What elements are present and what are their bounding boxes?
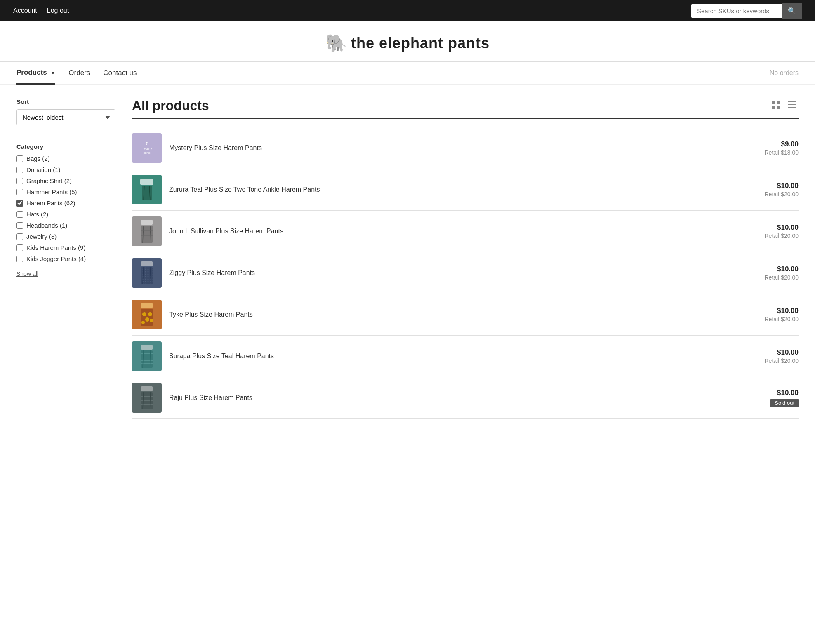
category-kids-jogger-pants[interactable]: Kids Jogger Pants (4) (16, 255, 115, 262)
product-thumb-image (132, 258, 162, 288)
svg-rect-39 (141, 345, 153, 350)
product-pricing: $10.00 Retail $20.00 (749, 182, 799, 197)
page-content: Sort Newest–oldest Oldest–newest Price: … (0, 85, 815, 432)
svg-point-37 (150, 319, 153, 322)
category-section: Category Bags (2) Donation (1) Graphic S… (16, 137, 115, 277)
svg-rect-4 (788, 101, 796, 102)
product-thumbnail (132, 300, 162, 329)
product-thumb-image (132, 341, 162, 371)
product-price: $10.00 (749, 265, 799, 273)
category-jewelry[interactable]: Jewelry (3) (16, 233, 115, 240)
svg-point-35 (145, 317, 149, 322)
grid-icon (771, 100, 780, 109)
list-view-button[interactable] (786, 99, 799, 113)
logo-inner: 🐘 the elephant pants (325, 33, 490, 53)
category-graphic-shirt-label: Graphic Shirt (2) (26, 177, 72, 184)
svg-text:mystery: mystery (142, 147, 152, 150)
svg-rect-17 (141, 220, 153, 225)
logo-icon: 🐘 (325, 33, 347, 53)
product-thumb-image (132, 175, 162, 204)
svg-rect-3 (777, 106, 780, 109)
list-icon (788, 100, 797, 109)
product-pricing: $9.00 Retail $18.00 (749, 140, 799, 156)
category-headbands[interactable]: Headbands (1) (16, 222, 115, 229)
product-thumbnail (132, 216, 162, 246)
svg-rect-2 (772, 106, 775, 109)
search-input[interactable] (691, 4, 782, 18)
category-donation-label: Donation (1) (26, 166, 61, 173)
show-all-link[interactable]: Show all (16, 270, 38, 277)
products-chevron-icon: ▼ (50, 70, 55, 76)
svg-rect-5 (788, 104, 796, 105)
product-row[interactable]: Surapa Plus Size Teal Harem Pants $10.00… (132, 336, 799, 377)
view-toggle (770, 99, 799, 113)
product-thumbnail: ? mystery pants (132, 133, 162, 163)
svg-point-34 (148, 312, 152, 316)
product-name: John L Sullivan Plus Size Harem Pants (169, 228, 742, 235)
product-row[interactable]: Tyke Plus Size Harem Pants $10.00 Retail… (132, 294, 799, 336)
category-kids-harem-pants-checkbox[interactable] (16, 244, 23, 251)
product-retail-price: Retail $20.00 (749, 233, 799, 239)
svg-rect-6 (788, 107, 796, 108)
page-title: All products (132, 98, 209, 113)
product-pricing: $10.00 Retail $20.00 (749, 265, 799, 281)
product-price: $10.00 (749, 182, 799, 190)
product-thumb-image: ? mystery pants (132, 133, 162, 163)
product-row[interactable]: ? mystery pants Mystery Plus Size Harem … (132, 127, 799, 169)
category-kids-harem-pants[interactable]: Kids Harem Pants (9) (16, 244, 115, 251)
product-name: Mystery Plus Size Harem Pants (169, 144, 742, 152)
logout-link[interactable]: Log out (47, 7, 69, 14)
product-name: Raju Plus Size Harem Pants (169, 394, 742, 402)
account-link[interactable]: Account (13, 7, 37, 14)
product-price: $10.00 (749, 223, 799, 232)
product-row[interactable]: John L Sullivan Plus Size Harem Pants $1… (132, 211, 799, 252)
search-wrapper (691, 4, 782, 18)
product-row[interactable]: Ziggy Plus Size Harem Pants $10.00 Retai… (132, 252, 799, 294)
category-list: Bags (2) Donation (1) Graphic Shirt (2) … (16, 155, 115, 262)
sort-section: Sort Newest–oldest Oldest–newest Price: … (16, 98, 115, 125)
category-donation[interactable]: Donation (1) (16, 166, 115, 173)
category-harem-pants[interactable]: Harem Pants (62) (16, 200, 115, 207)
category-headbands-checkbox[interactable] (16, 222, 23, 229)
product-price: $10.00 (749, 389, 799, 397)
grid-view-button[interactable] (770, 99, 782, 113)
product-retail-price: Retail $18.00 (749, 149, 799, 156)
category-graphic-shirt-checkbox[interactable] (16, 178, 23, 184)
nav-orders[interactable]: Orders (68, 62, 90, 84)
product-price: $9.00 (749, 140, 799, 148)
product-retail-price: Retail $20.00 (749, 357, 799, 364)
product-row[interactable]: Zurura Teal Plus Size Two Tone Ankle Har… (132, 169, 799, 211)
product-thumbnail (132, 258, 162, 288)
nav-contact[interactable]: Contact us (103, 62, 137, 84)
nav-products[interactable]: Products ▼ (16, 62, 55, 85)
category-hats-checkbox[interactable] (16, 211, 23, 218)
product-thumbnail (132, 341, 162, 371)
category-jewelry-label: Jewelry (3) (26, 233, 57, 240)
product-name: Ziggy Plus Size Harem Pants (169, 269, 742, 277)
category-hammer-pants-checkbox[interactable] (16, 189, 23, 195)
category-bags[interactable]: Bags (2) (16, 155, 115, 162)
product-thumbnail (132, 175, 162, 204)
search-button[interactable]: 🔍 (782, 3, 802, 19)
product-list-area: All products (132, 98, 799, 419)
category-hats[interactable]: Hats (2) (16, 211, 115, 218)
product-pricing: $10.00 Retail $20.00 (749, 348, 799, 364)
top-nav: Account Log out 🔍 (0, 0, 815, 21)
category-hammer-pants[interactable]: Hammer Pants (5) (16, 188, 115, 195)
no-orders-label: No orders (770, 69, 799, 77)
svg-rect-1 (777, 101, 780, 104)
category-jewelry-checkbox[interactable] (16, 233, 23, 240)
category-kids-jogger-pants-checkbox[interactable] (16, 256, 23, 262)
category-harem-pants-checkbox[interactable] (16, 200, 23, 207)
category-donation-checkbox[interactable] (16, 167, 23, 173)
svg-rect-31 (141, 303, 153, 308)
sold-out-badge: Sold out (770, 399, 799, 407)
product-row[interactable]: Raju Plus Size Harem Pants $10.00 Sold o… (132, 377, 799, 419)
svg-rect-0 (772, 101, 775, 104)
product-retail-price: Retail $20.00 (749, 316, 799, 322)
sort-select[interactable]: Newest–oldest Oldest–newest Price: Low t… (16, 109, 115, 125)
category-bags-checkbox[interactable] (16, 155, 23, 162)
svg-point-36 (141, 321, 145, 324)
category-graphic-shirt[interactable]: Graphic Shirt (2) (16, 177, 115, 184)
main-nav-items: Products ▼ Orders Contact us (16, 62, 137, 85)
